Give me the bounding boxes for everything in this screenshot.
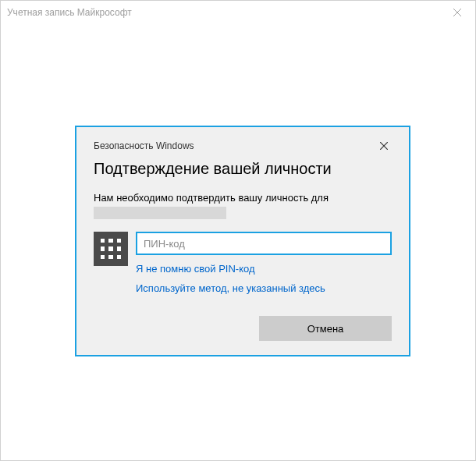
- cancel-button[interactable]: Отмена: [259, 316, 392, 341]
- dialog-body-text: Нам необходимо подтвердить вашу личность…: [94, 192, 392, 204]
- pin-row: Я не помню свой PIN-код Используйте мето…: [94, 232, 392, 294]
- dialog-heading: Подтверждение вашей личности: [94, 160, 392, 178]
- forgot-pin-link[interactable]: Я не помню свой PIN-код: [136, 263, 392, 275]
- pin-column: Я не помню свой PIN-код Используйте мето…: [136, 232, 392, 294]
- dialog-close-button[interactable]: [376, 138, 392, 154]
- outer-window: Учетная запись Майкрософт Безопасность W…: [0, 0, 476, 461]
- dialog-title-small: Безопасность Windows: [94, 140, 194, 151]
- outer-titlebar: Учетная запись Майкрософт: [1, 1, 475, 24]
- security-dialog: Безопасность Windows Подтверждение вашей…: [75, 126, 410, 356]
- close-icon: [453, 9, 461, 16]
- redacted-identity: [94, 207, 226, 219]
- dialog-titlebar: Безопасность Windows: [94, 138, 392, 154]
- keypad-icon: [94, 232, 128, 266]
- pin-input[interactable]: [136, 232, 392, 255]
- close-icon: [380, 142, 388, 150]
- outer-close-button[interactable]: [439, 1, 475, 24]
- outer-window-title: Учетная запись Майкрософт: [7, 7, 132, 18]
- alt-method-link[interactable]: Используйте метод, не указанный здесь: [136, 282, 392, 294]
- button-row: Отмена: [94, 316, 392, 341]
